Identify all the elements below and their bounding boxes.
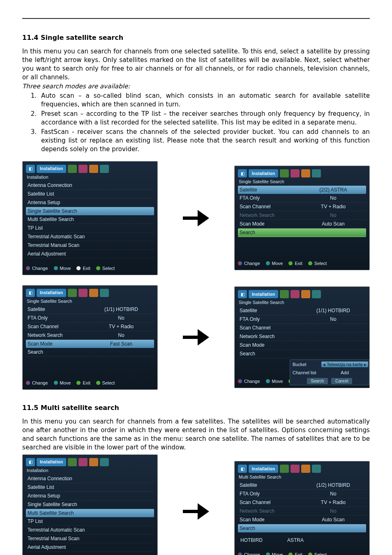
popup-cancel-button[interactable]: Cancel [331,378,352,384]
mode-1: Auto scan – a so-called blind scan, whic… [39,92,370,109]
setting-row[interactable]: FTA OnlyNo [238,194,366,203]
tab-installation: Installation [249,290,278,298]
setting-row[interactable]: Satellite(1/1) HOTBIRD [26,305,154,314]
selected-satellites: HOTBIRDASTRA [238,532,366,543]
tab-icon [280,169,289,177]
setting-row[interactable]: FTA OnlyNo [26,314,154,322]
tab-icon [301,290,310,298]
setting-row[interactable]: Scan ChannelTV + Radio [238,203,366,211]
menu-item[interactable]: TP List [26,517,154,526]
popup-search-button[interactable]: Search [307,378,328,384]
menu-item[interactable]: TP List [26,224,154,233]
mode-3: FastScan - receiver scans the channels o… [39,128,370,154]
setting-row[interactable]: Scan Channel [238,324,366,332]
setting-row[interactable]: Scan Mode [238,341,366,350]
menu-item[interactable]: Aerial Adjustment [26,250,154,258]
tab-icon [89,289,98,297]
menu-item[interactable]: Antenna Connection [26,181,154,190]
setting-row[interactable]: Scan ChannelTV + Radio [26,322,154,331]
setting-row[interactable]: Search [238,350,366,358]
setting-row[interactable]: Scan ChannelTV + Radio [238,498,366,507]
setting-row[interactable]: Search [238,228,366,237]
tab-icon [291,169,300,177]
panel-title: Installation [27,175,154,180]
tab-icon: ◧ [26,458,35,466]
section-114-heading: 11.4 Single satellite search [22,34,370,41]
tabbar: ◧ Installation [238,465,366,473]
tab-icon [301,465,310,473]
menu-item[interactable]: Terrestrial Manual Scan [26,534,154,543]
hint-exit: Exit [83,380,90,385]
menu-item[interactable]: Terrestrial Automatic Scan [26,233,154,241]
setting-row[interactable]: Scan ModeFast Scan [26,340,154,348]
hint-select: Select [314,552,327,555]
tab-icon [100,165,109,173]
setting-row[interactable]: Satellite(2/2) ASTRA [238,186,366,194]
setting-row[interactable]: Satellite(1/1) HOTBIRD [238,306,366,315]
screenshot-installation-multi-sat: ◧ Installation InstallationAntenna Conne… [22,454,158,555]
hint-select: Select [102,380,115,385]
menu-item[interactable]: Aerial Adjustment [26,543,154,552]
hint-change: Change [32,380,48,385]
menu-item[interactable]: Multi Satellite Search [26,215,154,224]
footer-hints: Change Move Exit Select [238,261,366,266]
setting-row[interactable]: Network SearchNo [26,331,154,340]
setting-row[interactable]: FTA OnlyNo [238,315,366,324]
mode-2: Preset scan – according to the TP list –… [39,110,370,127]
panel-title: Single Satellite Search [239,300,366,305]
modes-intro: Three search modes are available: [22,83,370,90]
tab-icon [312,169,321,177]
menu-item[interactable]: Multi Satellite Search [26,509,154,517]
setting-row[interactable]: Network SearchNo [238,211,366,220]
setting-row[interactable]: FTA OnlyNo [238,490,366,498]
panel-title: Installation [27,468,154,473]
screenshot-single-satellite-search-astra: ◧ Installation Single Satellite SearchSa… [234,166,370,270]
hint-exit: Exit [83,266,90,271]
tab-icon [89,458,98,466]
menu-item[interactable]: Antenna Setup [26,492,154,500]
setting-row[interactable]: Scan ModeAuto Scan [238,516,366,524]
footer-hints: Change Move Exit Select [26,266,154,271]
tab-icon [291,290,300,298]
menu-item[interactable]: Satellite List [26,483,154,492]
menu-item[interactable]: Antenna Setup [26,198,154,207]
tab-icon [312,465,321,473]
figure-grid-2: ◧ Installation InstallationAntenna Conne… [22,454,370,555]
tab-icon [100,289,109,297]
figure-grid-1: ◧ Installation InstallationAntenna Conne… [22,161,370,390]
menu-item[interactable]: Satellite List [26,190,154,198]
hint-move: Move [60,266,71,271]
setting-row[interactable]: Scan ModeAuto Scan [238,220,366,228]
hint-move: Move [272,552,283,555]
menu-item[interactable]: Antenna Connection [26,474,154,483]
screenshot-single-satellite-search-fastscan: ◧ Installation Single Satellite SearchSa… [22,285,158,390]
arrow-icon [164,202,228,235]
tabbar: ◧ Installation [26,458,154,466]
screenshot-installation-single-sat: ◧ Installation InstallationAntenna Conne… [22,161,158,275]
setting-row[interactable]: Network SearchNo [238,507,366,516]
menu-item[interactable]: Terrestrial Automatic Scan [26,526,154,534]
hint-select: Select [102,266,115,271]
tab-icon: ◧ [238,169,247,177]
tab-icon [68,165,77,173]
tab-installation: Installation [249,465,278,473]
hint-change: Change [244,379,260,384]
hint-change: Change [244,261,260,266]
hint-move: Move [60,380,71,385]
footer-hints: Change Move Exit Select [238,552,366,555]
tab-icon [89,165,98,173]
tab-icon: ◧ [238,290,247,298]
modes-list: Auto scan – a so-called blind scan, whic… [39,92,370,154]
menu-item[interactable]: Terrestrial Manual Scan [26,241,154,250]
menu-item[interactable]: Single Satellite Search [26,207,154,215]
setting-row[interactable]: Search [26,348,154,357]
panel-title: Single Satellite Search [27,299,154,304]
setting-row[interactable]: Search [238,524,366,532]
tab-installation: Installation [37,289,66,297]
section-115-body: In this menu you can search for channels… [22,417,370,452]
tab-icon: ◧ [238,465,247,473]
setting-row[interactable]: Satellite(1/2) HOTBIRD [238,481,366,490]
tab-icon: ◧ [26,289,35,297]
setting-row[interactable]: Network Search [238,332,366,341]
menu-item[interactable]: Single Satellite Search [26,500,154,509]
